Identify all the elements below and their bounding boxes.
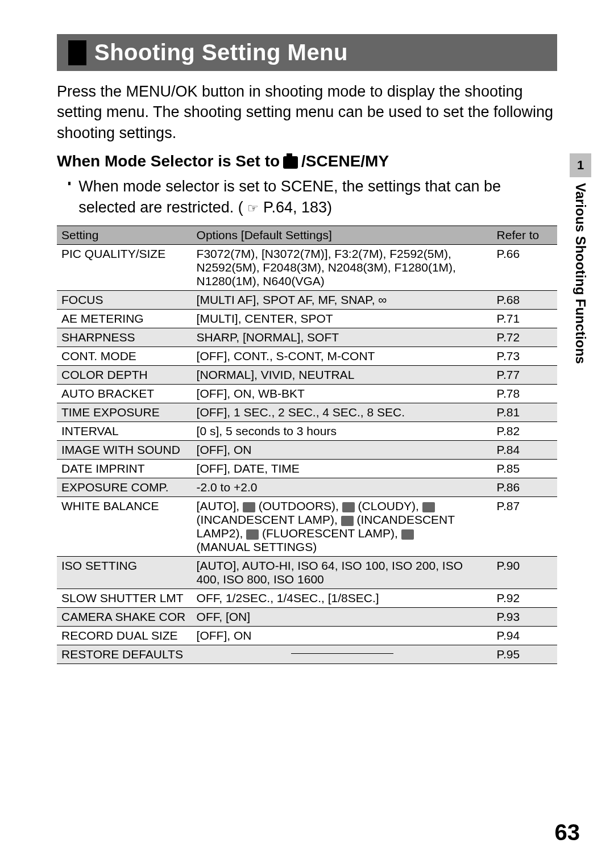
- camera-icon: [283, 156, 298, 169]
- scene-note: When mode selector is set to SCENE, the …: [68, 176, 557, 218]
- table-header-row: Setting Options [Default Settings] Refer…: [57, 226, 557, 245]
- cell-setting: AE METERING: [57, 310, 192, 328]
- cell-options: [MULTI], CENTER, SPOT: [192, 310, 492, 328]
- table-row: PIC QUALITY/SIZEF3072(7M), [N3072(7M)], …: [57, 245, 557, 291]
- cell-setting: RESTORE DEFAULTS: [57, 645, 192, 664]
- cell-options: [OFF], 1 SEC., 2 SEC., 4 SEC., 8 SEC.: [192, 403, 492, 422]
- table-row: RESTORE DEFAULTSP.95: [57, 645, 557, 664]
- table-row: AE METERING[MULTI], CENTER, SPOTP.71: [57, 310, 557, 328]
- cell-setting: RECORD DUAL SIZE: [57, 627, 192, 645]
- cell-options: OFF, 1/2SEC., 1/4SEC., [1/8SEC.]: [192, 589, 492, 608]
- cell-options: [AUTO], (OUTDOORS), (CLOUDY), (INCANDESC…: [192, 497, 492, 557]
- cell-setting: CONT. MODE: [57, 347, 192, 366]
- cell-refer: P.85: [492, 460, 557, 478]
- incandescent-icon: [422, 502, 435, 512]
- cell-setting: TIME EXPOSURE: [57, 403, 192, 422]
- cell-refer: P.68: [492, 291, 557, 310]
- cell-refer: P.95: [492, 645, 557, 664]
- cell-setting: CAMERA SHAKE COR: [57, 608, 192, 627]
- cell-refer: P.81: [492, 403, 557, 422]
- incandescent2-icon: [341, 516, 354, 526]
- cell-refer: P.73: [492, 347, 557, 366]
- cell-setting: SLOW SHUTTER LMT: [57, 589, 192, 608]
- bullet-icon: [68, 182, 70, 185]
- cell-options: [OFF], ON, WB-BKT: [192, 385, 492, 403]
- fluorescent-icon: [246, 529, 259, 540]
- cell-setting: COLOR DEPTH: [57, 366, 192, 385]
- cell-refer: P.84: [492, 441, 557, 460]
- table-row: WHITE BALANCE[AUTO], (OUTDOORS), (CLOUDY…: [57, 497, 557, 557]
- cell-refer: P.72: [492, 328, 557, 347]
- manual-wb-icon: [401, 529, 414, 540]
- subhead-suffix: /SCENE/MY: [301, 152, 389, 170]
- table-row: EXPOSURE COMP.-2.0 to +2.0P.86: [57, 478, 557, 497]
- cell-refer: P.92: [492, 589, 557, 608]
- table-row: AUTO BRACKET[OFF], ON, WB-BKTP.78: [57, 385, 557, 403]
- cell-refer: P.78: [492, 385, 557, 403]
- cell-options: [OFF], CONT., S-CONT, M-CONT: [192, 347, 492, 366]
- cell-setting: PIC QUALITY/SIZE: [57, 245, 192, 291]
- cell-refer: P.66: [492, 245, 557, 291]
- dash-icon: [291, 653, 393, 654]
- subhead-prefix: When Mode Selector is Set to: [57, 152, 280, 170]
- cell-refer: P.94: [492, 627, 557, 645]
- cell-setting: INTERVAL: [57, 422, 192, 441]
- col-refer: Refer to: [492, 226, 557, 245]
- cell-options: OFF, [ON]: [192, 608, 492, 627]
- table-row: RECORD DUAL SIZE[OFF], ONP.94: [57, 627, 557, 645]
- cell-options: [AUTO], AUTO-HI, ISO 64, ISO 100, ISO 20…: [192, 557, 492, 589]
- cell-options: [OFF], DATE, TIME: [192, 460, 492, 478]
- title-stub-icon: [68, 40, 86, 65]
- cell-setting: IMAGE WITH SOUND: [57, 441, 192, 460]
- col-options: Options [Default Settings]: [192, 226, 492, 245]
- outdoors-icon: [243, 502, 255, 512]
- cell-options: [192, 645, 492, 664]
- cell-options: [OFF], ON: [192, 627, 492, 645]
- settings-table: Setting Options [Default Settings] Refer…: [57, 226, 557, 664]
- table-row: SHARPNESSSHARP, [NORMAL], SOFTP.72: [57, 328, 557, 347]
- chapter-label: Various Shooting Functions: [572, 183, 588, 364]
- cell-setting: AUTO BRACKET: [57, 385, 192, 403]
- table-row: ISO SETTING[AUTO], AUTO-HI, ISO 64, ISO …: [57, 557, 557, 589]
- cell-setting: SHARPNESS: [57, 328, 192, 347]
- cell-refer: P.93: [492, 608, 557, 627]
- table-row: CONT. MODE[OFF], CONT., S-CONT, M-CONTP.…: [57, 347, 557, 366]
- cell-refer: P.71: [492, 310, 557, 328]
- cell-options: SHARP, [NORMAL], SOFT: [192, 328, 492, 347]
- cell-options: [MULTI AF], SPOT AF, MF, SNAP, ∞: [192, 291, 492, 310]
- table-row: COLOR DEPTH[NORMAL], VIVID, NEUTRALP.77: [57, 366, 557, 385]
- table-row: CAMERA SHAKE COROFF, [ON]P.93: [57, 608, 557, 627]
- table-row: DATE IMPRINT[OFF], DATE, TIMEP.85: [57, 460, 557, 478]
- table-row: FOCUS[MULTI AF], SPOT AF, MF, SNAP, ∞P.6…: [57, 291, 557, 310]
- table-row: IMAGE WITH SOUND[OFF], ONP.84: [57, 441, 557, 460]
- cell-options: [OFF], ON: [192, 441, 492, 460]
- reference-pointer-icon: ☞: [247, 202, 259, 215]
- cell-refer: P.86: [492, 478, 557, 497]
- mode-subheading: When Mode Selector is Set to /SCENE/MY: [57, 152, 557, 170]
- cell-options: [NORMAL], VIVID, NEUTRAL: [192, 366, 492, 385]
- cell-setting: EXPOSURE COMP.: [57, 478, 192, 497]
- page-number: 63: [555, 820, 580, 845]
- page-title: Shooting Setting Menu: [94, 40, 348, 65]
- cell-setting: DATE IMPRINT: [57, 460, 192, 478]
- cell-setting: WHITE BALANCE: [57, 497, 192, 557]
- cell-options: -2.0 to +2.0: [192, 478, 492, 497]
- cell-options: F3072(7M), [N3072(7M)], F3:2(7M), F2592(…: [192, 245, 492, 291]
- table-row: INTERVAL[0 s], 5 seconds to 3 hoursP.82: [57, 422, 557, 441]
- col-setting: Setting: [57, 226, 192, 245]
- cell-setting: FOCUS: [57, 291, 192, 310]
- section-title-bar: Shooting Setting Menu: [57, 34, 557, 71]
- table-row: TIME EXPOSURE[OFF], 1 SEC., 2 SEC., 4 SE…: [57, 403, 557, 422]
- chapter-number: 1: [570, 153, 591, 177]
- bullet-ref: P.64, 183): [263, 199, 332, 216]
- cell-refer: P.82: [492, 422, 557, 441]
- side-tab: 1 Various Shooting Functions: [570, 153, 591, 364]
- cell-refer: P.77: [492, 366, 557, 385]
- intro-paragraph: Press the MENU/OK button in shooting mod…: [57, 81, 557, 143]
- cell-refer: P.87: [492, 497, 557, 557]
- table-row: SLOW SHUTTER LMTOFF, 1/2SEC., 1/4SEC., […: [57, 589, 557, 608]
- cell-options: [0 s], 5 seconds to 3 hours: [192, 422, 492, 441]
- cloudy-icon: [342, 502, 355, 512]
- cell-setting: ISO SETTING: [57, 557, 192, 589]
- cell-refer: P.90: [492, 557, 557, 589]
